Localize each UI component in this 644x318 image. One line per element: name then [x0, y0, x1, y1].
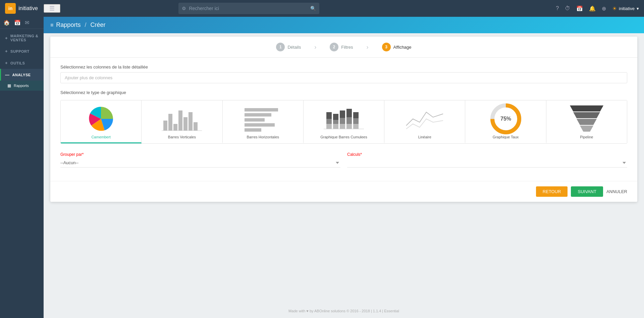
line-chart-svg	[405, 105, 445, 132]
chart-type-gauge[interactable]: 75% Graphique Taux	[465, 100, 546, 143]
funnel-svg	[567, 102, 607, 136]
chart-label-pipeline: Pipeline	[580, 135, 593, 139]
sidebar-item-label: SUPPORT	[10, 49, 30, 53]
svg-rect-9	[245, 108, 278, 111]
group-by-field: Grouper par* --Aucun--	[60, 152, 340, 168]
footer: Made with ♥ by ABOnline solutions © 2016…	[44, 304, 644, 318]
add-icon[interactable]: ⊕	[602, 5, 606, 12]
chart-label-camembert: Camembert	[91, 135, 110, 139]
svg-rect-11	[245, 118, 265, 122]
svg-rect-16	[326, 124, 332, 129]
step-1-label: Détails	[287, 45, 301, 50]
sidebar-item-outils[interactable]: + OUTILS	[0, 57, 44, 69]
chart-label-lineaire: Linéaire	[418, 135, 431, 139]
step-affichage: 3 Affichage	[382, 43, 412, 51]
step-3-label: Affichage	[393, 45, 412, 50]
step-3-circle: 3	[382, 43, 391, 51]
search-input[interactable]	[189, 6, 310, 11]
chart-preview-gauge: 75%	[486, 105, 526, 132]
chart-label-gauge: Graphique Taux	[493, 135, 519, 139]
sidebar-item-rapports[interactable]: ▦ Rapports	[0, 81, 44, 91]
plus-icon: +	[5, 49, 8, 54]
plus-icon: +	[5, 60, 8, 65]
chart-label-stacked: Graphique Barres Cumulees	[320, 135, 367, 139]
svg-text:75%: 75%	[500, 116, 511, 122]
svg-rect-13	[245, 128, 261, 132]
calendar-sidebar-icon[interactable]: 📅	[14, 19, 21, 26]
next-button[interactable]: SUIVANT	[571, 186, 603, 197]
calcul-select[interactable]	[347, 158, 627, 168]
step-sep-1: ›	[314, 44, 316, 51]
form-actions: RETOUR SUIVANT ANNULER	[50, 181, 637, 202]
columns-input[interactable]: Ajouter plus de colonnes	[60, 72, 627, 83]
step-filtres: 2 Filtres	[330, 43, 353, 51]
hamburger-button[interactable]: ☰	[44, 4, 60, 13]
sidebar-item-label: Rapports	[14, 84, 29, 88]
chart-type-barres-h[interactable]: Barres Horizontales	[223, 100, 304, 143]
reports-icon: ▦	[7, 83, 11, 88]
chart-type-pipeline[interactable]: Pipeline	[546, 100, 627, 143]
steps-bar: 1 Détails › 2 Filtres › 3 Affichage	[50, 37, 637, 58]
step-details: 1 Détails	[276, 43, 301, 51]
svg-rect-15	[326, 119, 332, 124]
group-by-select[interactable]: --Aucun--	[60, 158, 340, 168]
cancel-button[interactable]: ANNULER	[606, 189, 627, 194]
chart-type-stacked[interactable]: Graphique Barres Cumulees	[304, 100, 384, 143]
user-menu[interactable]: ☀ initiative ▾	[612, 5, 639, 12]
history-icon[interactable]: ⏱	[565, 5, 570, 11]
svg-rect-19	[333, 124, 338, 129]
chart-types-container: Camembert	[60, 100, 627, 144]
svg-rect-22	[340, 124, 345, 129]
step-2-label: Filtres	[341, 45, 353, 50]
brand: in initiative	[0, 3, 44, 14]
calendar-icon[interactable]: 📅	[576, 5, 583, 12]
sidebar: 🏠 📅 ✉ + MARKETING & VENTES + SUPPORT + O…	[0, 17, 44, 318]
top-navbar: in initiative ☰ ⚙ 🔍 ? ⏱ 📅 🔔 ⊕ ☀ initiati…	[0, 0, 644, 17]
reports-header-icon: ≡	[50, 22, 53, 28]
svg-rect-10	[245, 113, 271, 117]
home-icon[interactable]: 🏠	[3, 19, 10, 26]
dropdown-icon: ▾	[637, 6, 639, 11]
svg-rect-20	[340, 110, 345, 118]
chart-type-barres-v[interactable]: Barres Verticales	[142, 100, 222, 143]
svg-rect-27	[353, 118, 359, 124]
sidebar-item-label: ANALYSE	[12, 73, 31, 77]
sidebar-menu: + MARKETING & VENTES + SUPPORT + OUTILS …	[0, 29, 44, 318]
svg-rect-3	[173, 124, 177, 131]
columns-section-label: Sélectionnez les colonnes de la liste dé…	[60, 64, 627, 70]
brand-logo: in	[5, 3, 16, 14]
page-header-section: Rapports	[56, 21, 80, 29]
help-icon[interactable]: ?	[556, 5, 559, 11]
sidebar-quick-icons: 🏠 📅 ✉	[0, 17, 44, 29]
sidebar-item-marketing[interactable]: + MARKETING & VENTES	[0, 31, 44, 45]
back-button[interactable]: RETOUR	[536, 186, 568, 197]
filter-icon: ⚙	[182, 6, 186, 11]
mail-icon[interactable]: ✉	[25, 19, 29, 26]
svg-rect-4	[178, 110, 182, 131]
svg-rect-14	[326, 112, 332, 119]
sidebar-item-label: OUTILS	[10, 61, 25, 65]
chart-type-lineaire[interactable]: Linéaire	[384, 100, 465, 143]
search-icon: 🔍	[310, 6, 316, 11]
svg-marker-36	[580, 126, 593, 132]
svg-rect-1	[163, 121, 167, 131]
svg-rect-17	[333, 114, 338, 120]
user-name: initiative	[619, 6, 635, 11]
chart-type-camembert[interactable]: Camembert	[61, 100, 142, 143]
svg-rect-12	[245, 123, 275, 127]
svg-rect-7	[194, 122, 198, 131]
svg-rect-23	[346, 109, 352, 117]
chart-type-section-label: Sélectionnez le type de graphique	[60, 90, 627, 95]
search-bar: ⚙ 🔍	[178, 3, 319, 14]
breadcrumb-separator: /	[85, 21, 86, 29]
svg-marker-33	[570, 105, 603, 111]
minus-icon: —	[5, 72, 10, 77]
svg-rect-25	[346, 124, 352, 129]
sidebar-item-analyse[interactable]: — ANALYSE	[0, 69, 44, 81]
sidebar-item-support[interactable]: + SUPPORT	[0, 45, 44, 57]
notification-icon[interactable]: 🔔	[589, 5, 596, 12]
svg-rect-6	[189, 112, 193, 131]
chart-preview-barres-v	[162, 105, 202, 132]
chart-preview-barres-h	[243, 105, 283, 132]
pie-chart-svg	[86, 104, 116, 134]
